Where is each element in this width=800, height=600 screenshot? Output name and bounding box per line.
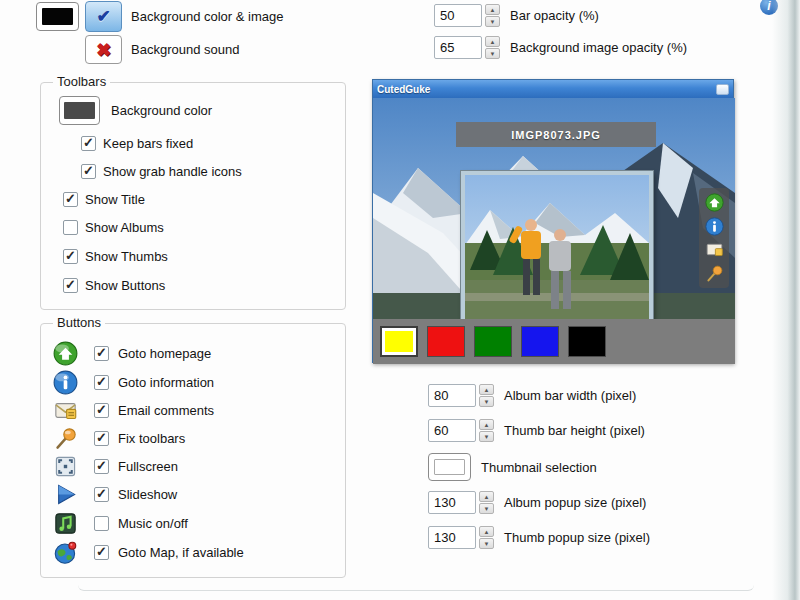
spin-up-button[interactable]: ▲ <box>479 526 494 537</box>
homepage-icon[interactable] <box>705 193 724 212</box>
album-bar-width-label: Album bar width (pixel) <box>504 384 636 403</box>
button-option-row: Music on/off <box>53 510 188 536</box>
goto-information-checkbox[interactable] <box>94 375 109 390</box>
information-icon[interactable] <box>705 217 724 236</box>
album-popup-size-label: Album popup size (pixel) <box>504 491 646 510</box>
spin-up-button[interactable]: ▲ <box>485 4 500 15</box>
preview-inner-photo <box>461 171 653 319</box>
thumb-popup-size-value[interactable]: 130 <box>428 526 476 549</box>
palette-swatch-red[interactable] <box>427 326 465 357</box>
email-icon[interactable] <box>705 240 724 259</box>
background-image-opacity-value[interactable]: 65 <box>434 36 482 59</box>
map-icon <box>53 540 78 565</box>
goto-map-label: Goto Map, if available <box>118 545 244 560</box>
spin-down-button[interactable]: ▼ <box>479 538 494 549</box>
red-x-icon: ✖ <box>96 39 111 61</box>
toolbar-background-color-swatch <box>64 102 94 119</box>
toolbar-background-color-button[interactable] <box>59 96 100 125</box>
preview-close-button[interactable] <box>716 84 729 95</box>
thumb-popup-size-label: Thumb popup size (pixel) <box>504 526 650 545</box>
toolbar-option-row: Keep bars fixed <box>81 134 193 152</box>
pin-icon[interactable] <box>705 264 724 283</box>
palette-swatch-black[interactable] <box>568 326 606 357</box>
background-color-picker-button[interactable] <box>36 2 79 31</box>
toolbar-option-row: Show Thumbs <box>63 247 168 265</box>
preview-titlebar[interactable]: CutedGuke <box>373 80 733 98</box>
fix-toolbars-checkbox[interactable] <box>94 431 109 446</box>
spin-down-button[interactable]: ▼ <box>479 431 494 442</box>
background-image-enabled-button[interactable]: ✔ <box>85 1 122 32</box>
background-color-swatch <box>42 8 74 25</box>
button-option-row: Fix toolbars <box>53 425 185 451</box>
spin-up-button[interactable]: ▲ <box>485 36 500 47</box>
preview-color-bar <box>373 319 735 364</box>
show-thumbs-checkbox[interactable] <box>63 249 78 264</box>
show-buttons-label: Show Buttons <box>85 278 165 293</box>
thumb-popup-size-spinner: 130 ▲ ▼ Thumb popup size (pixel) <box>428 526 650 549</box>
toolbar-option-row: Show Albums <box>63 218 164 236</box>
email-icon <box>53 398 78 423</box>
goto-map-checkbox[interactable] <box>94 545 109 560</box>
goto-homepage-label: Goto homepage <box>118 346 211 361</box>
music-icon <box>53 511 78 536</box>
bar-opacity-label: Bar opacity (%) <box>510 4 599 23</box>
music-on-off-label: Music on/off <box>118 516 188 531</box>
spin-up-button[interactable]: ▲ <box>479 491 494 502</box>
thumbnail-selection-swatch <box>434 459 466 475</box>
preview-image-title: IMGP8073.JPG <box>456 122 656 147</box>
keep-bars-fixed-checkbox[interactable] <box>81 136 96 151</box>
fullscreen-checkbox[interactable] <box>94 459 109 474</box>
palette-swatch-blue[interactable] <box>521 326 559 357</box>
toolbars-group-title: Toolbars <box>53 74 110 89</box>
fullscreen-label: Fullscreen <box>118 459 178 474</box>
spin-down-button[interactable]: ▼ <box>479 396 494 407</box>
album-popup-size-spinner: 130 ▲ ▼ Album popup size (pixel) <box>428 491 646 514</box>
show-albums-label: Show Albums <box>85 220 164 235</box>
show-grab-handle-icons-checkbox[interactable] <box>81 164 96 179</box>
button-option-row: Fullscreen <box>53 453 178 479</box>
button-option-row: Goto Map, if available <box>53 539 244 565</box>
thumbnail-selection-label: Thumbnail selection <box>481 460 597 475</box>
button-option-row: Email comments <box>53 397 214 423</box>
thumb-bar-height-value[interactable]: 60 <box>428 419 476 442</box>
show-thumbs-label: Show Thumbs <box>85 249 168 264</box>
spin-up-button[interactable]: ▲ <box>479 419 494 430</box>
show-title-checkbox[interactable] <box>63 192 78 207</box>
spin-up-button[interactable]: ▲ <box>479 384 494 395</box>
thumbnail-selection-button[interactable] <box>428 453 471 481</box>
spin-down-button[interactable]: ▼ <box>479 503 494 514</box>
buttons-group-title: Buttons <box>53 315 105 330</box>
album-popup-size-value[interactable]: 130 <box>428 491 476 514</box>
toolbars-groupbox: Toolbars Background color Keep bars fixe… <box>40 82 346 310</box>
album-bar-width-spinner: 80 ▲ ▼ Album bar width (pixel) <box>428 384 636 407</box>
toolbar-option-row: Show Title <box>63 190 145 208</box>
slideshow-checkbox[interactable] <box>94 487 109 502</box>
buttons-groupbox: Buttons Goto homepage Goto information E… <box>40 323 346 578</box>
palette-swatch-green[interactable] <box>474 326 512 357</box>
goto-homepage-checkbox[interactable] <box>94 346 109 361</box>
palette-swatch-yellow[interactable] <box>380 326 418 357</box>
spin-down-button[interactable]: ▼ <box>485 16 500 27</box>
music-on-off-checkbox[interactable] <box>94 516 109 531</box>
show-albums-checkbox[interactable] <box>63 220 78 235</box>
homepage-icon <box>53 341 78 366</box>
button-option-row: Goto information <box>53 369 214 395</box>
button-option-row: Slideshow <box>53 481 177 507</box>
spin-down-button[interactable]: ▼ <box>485 48 500 59</box>
fix-toolbars-label: Fix toolbars <box>118 431 185 446</box>
button-option-row: Goto homepage <box>53 340 211 366</box>
show-grab-handle-icons-label: Show grab handle icons <box>103 164 242 179</box>
background-sound-button[interactable]: ✖ <box>85 35 122 64</box>
album-bar-width-value[interactable]: 80 <box>428 384 476 407</box>
toolbar-option-row: Show Buttons <box>63 276 165 294</box>
email-comments-checkbox[interactable] <box>94 403 109 418</box>
background-image-opacity-spinner: 65 ▲ ▼ Background image opacity (%) <box>434 36 687 59</box>
show-buttons-checkbox[interactable] <box>63 278 78 293</box>
bar-opacity-value[interactable]: 50 <box>434 4 482 27</box>
fullscreen-icon <box>53 454 78 479</box>
slideshow-label: Slideshow <box>118 487 177 502</box>
background-color-image-label: Background color & image <box>131 9 283 24</box>
check-icon: ✔ <box>96 6 110 27</box>
information-icon <box>53 370 78 395</box>
goto-information-label: Goto information <box>118 375 214 390</box>
